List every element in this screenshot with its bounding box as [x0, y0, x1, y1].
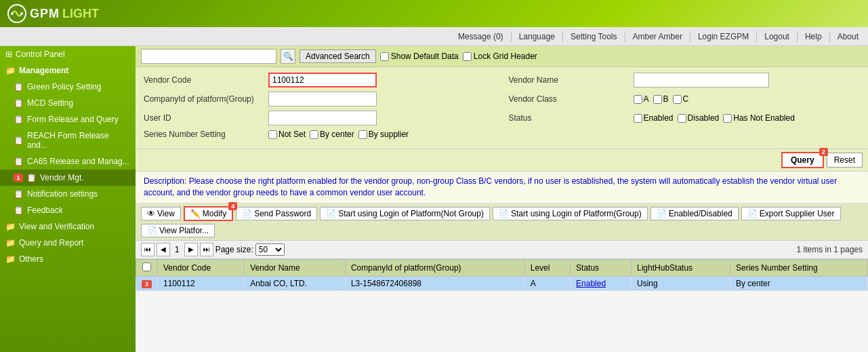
table-row[interactable]: 3 1100112 Anbai CO, LTD. L3-154867240689…: [136, 276, 868, 290]
nav-setting-tools[interactable]: Setting Tools: [564, 30, 623, 43]
action-row: Query 2 Reset: [136, 149, 868, 172]
lock-grid-checkbox-label[interactable]: Lock Grid Header: [463, 52, 537, 61]
advanced-search-button[interactable]: Advanced Search: [299, 50, 376, 63]
status-not-enabled-label[interactable]: Has Not Enabled: [723, 113, 795, 123]
sidebar-item-control-panel[interactable]: ⊞ Control Panel: [0, 46, 136, 62]
logo-light-text: LIGHT: [62, 7, 99, 21]
sidebar-item-query-report[interactable]: 📁 Query and Report: [0, 235, 136, 251]
send-pwd-label: Send Password: [254, 209, 311, 218]
sidebar-item-management[interactable]: 📁 Management: [0, 62, 136, 79]
sidebar-item-view-verification[interactable]: 📁 View and Verification: [0, 218, 136, 235]
user-id-input[interactable]: [268, 111, 377, 125]
search-bar: 🔍 Advanced Search Show Default Data Lock…: [136, 46, 868, 67]
series-not-set[interactable]: [268, 130, 277, 139]
sidebar-item-others[interactable]: 📁 Others: [0, 251, 136, 267]
toolbar-enabled-disabled-button[interactable]: 📄 Enabled/Disabled: [650, 207, 739, 220]
doc-icon: 📋: [14, 115, 24, 124]
form-row-2: CompanyId of platform(Group) Vendor Clas…: [144, 92, 860, 106]
page-size-select[interactable]: 50 100 200: [255, 243, 285, 256]
vendor-class-b-label[interactable]: B: [653, 94, 669, 104]
nav-message[interactable]: Message (0): [452, 30, 510, 43]
modify-label: Modify: [203, 209, 226, 218]
nav-amber[interactable]: Amber Amber: [627, 30, 688, 43]
header-status: Status: [571, 259, 632, 276]
vendor-class-a-label[interactable]: A: [634, 94, 649, 104]
doc-icon: 📋: [14, 98, 24, 108]
lock-grid-checkbox[interactable]: [463, 52, 472, 61]
series-by-supplier-label[interactable]: By supplier: [358, 130, 409, 139]
series-by-center-label[interactable]: By center: [310, 130, 354, 139]
status-enabled[interactable]: [634, 114, 642, 123]
row-status-link[interactable]: Enabled: [576, 279, 606, 288]
pagination-bar: ⏮ ◀ 1 ▶ ⏭ Page size: 50 100 200 1 items …: [136, 241, 868, 259]
sidebar-badge-1: 1: [14, 174, 23, 182]
send-pwd-icon: 📄: [242, 209, 252, 218]
toolbar-send-password-button[interactable]: 📄 Send Password: [236, 207, 317, 220]
reset-button[interactable]: Reset: [827, 153, 863, 168]
vendor-name-label: Vendor Name: [509, 75, 631, 85]
series-by-center[interactable]: [310, 130, 318, 139]
sidebar-item-green-policy[interactable]: 📋 Green Policy Setting: [0, 79, 136, 95]
sidebar-item-form-release[interactable]: 📋 Form Release and Query: [0, 111, 136, 128]
nav-about[interactable]: About: [831, 30, 865, 43]
search-input[interactable]: [141, 49, 276, 64]
vendor-class-c[interactable]: [673, 95, 682, 104]
sidebar-item-reach-form[interactable]: 📋 REACH Form Release and...: [0, 128, 136, 153]
nav-divider: [829, 31, 830, 42]
vendor-class-group: Vendor Class A B C: [509, 94, 861, 104]
series-not-set-label[interactable]: Not Set: [268, 130, 306, 139]
sidebar-item-mcd[interactable]: 📋 MCD Setting: [0, 95, 136, 111]
status-disabled[interactable]: [678, 114, 686, 123]
toolbar-view-platform-button[interactable]: 📄 View Platfor...: [141, 224, 215, 237]
select-all-checkbox[interactable]: [142, 262, 151, 271]
status-group: Status Enabled Disabled Has Not Enabled: [509, 113, 861, 123]
data-table: Vendor Code Vendor Name CompanyId of pla…: [136, 259, 868, 291]
status-enabled-label[interactable]: Enabled: [634, 113, 674, 123]
toolbar-start-login-notgroup-button[interactable]: 📄 Start using Login of Platform(Not Grou…: [320, 207, 490, 220]
sidebar-item-notification[interactable]: 📋 Notification settings: [0, 186, 136, 202]
login-notgroup-icon: 📄: [326, 209, 336, 218]
description-text: Description: Please choose the right pla…: [144, 176, 837, 197]
vendor-name-input[interactable]: [634, 73, 769, 87]
header-series-number: Series Number Setting: [730, 259, 868, 276]
toolbar-start-login-group-button[interactable]: 📄 Start using Login of Platform(Group): [493, 207, 648, 220]
nav-language[interactable]: Language: [513, 30, 561, 43]
vendor-code-input[interactable]: [268, 73, 377, 87]
nav-divider: [511, 31, 512, 42]
folder-icon: 📁: [5, 254, 16, 264]
toolbar-view-button[interactable]: 👁 View: [141, 207, 181, 220]
doc-icon: 📋: [14, 136, 24, 145]
show-default-checkbox[interactable]: [380, 52, 389, 61]
query-button[interactable]: Query: [781, 152, 824, 168]
next-page-button[interactable]: ▶: [184, 243, 198, 256]
vendor-class-c-label[interactable]: C: [673, 94, 689, 104]
sidebar-item-vendor-mgt[interactable]: 1 📋 Vendor Mgt.: [0, 170, 136, 186]
company-id-input[interactable]: [268, 92, 377, 106]
status-not-enabled[interactable]: [723, 114, 732, 123]
form-row-1: Vendor Code Vendor Name: [144, 73, 860, 87]
nav-login-ezgpm[interactable]: Login EZGPM: [692, 30, 755, 43]
search-button[interactable]: 🔍: [281, 49, 295, 64]
sidebar-item-feedback[interactable]: 📋 Feedback: [0, 202, 136, 218]
prev-page-button[interactable]: ◀: [157, 243, 170, 256]
current-page: 1: [172, 245, 182, 254]
nav-help[interactable]: Help: [799, 30, 828, 43]
series-by-supplier[interactable]: [358, 130, 367, 139]
main-content: 🔍 Advanced Search Show Default Data Lock…: [136, 46, 868, 352]
last-page-button[interactable]: ⏭: [200, 243, 213, 256]
nav-logout[interactable]: Logout: [758, 30, 795, 43]
query-badge: 2: [819, 148, 828, 156]
status-disabled-label[interactable]: Disabled: [678, 113, 720, 123]
login-group-label: Start using Login of Platform(Group): [511, 209, 642, 218]
nav-divider: [756, 31, 757, 42]
series-group: Series Number Setting Not Set By center …: [144, 130, 860, 139]
row-vendor-name: Anbai CO, LTD.: [245, 276, 346, 290]
toolbar-export-button[interactable]: 📄 Export Supplier User: [741, 207, 841, 220]
doc-icon: 📋: [14, 82, 24, 92]
vendor-class-a[interactable]: [634, 95, 642, 104]
sidebar-item-ca65[interactable]: 📋 CA65 Release and Manag...: [0, 153, 136, 170]
first-page-button[interactable]: ⏮: [141, 243, 154, 256]
show-default-checkbox-label[interactable]: Show Default Data: [380, 52, 459, 61]
vendor-class-b[interactable]: [653, 95, 662, 104]
toolbar-modify-button[interactable]: ✏️ Modify: [184, 206, 233, 221]
